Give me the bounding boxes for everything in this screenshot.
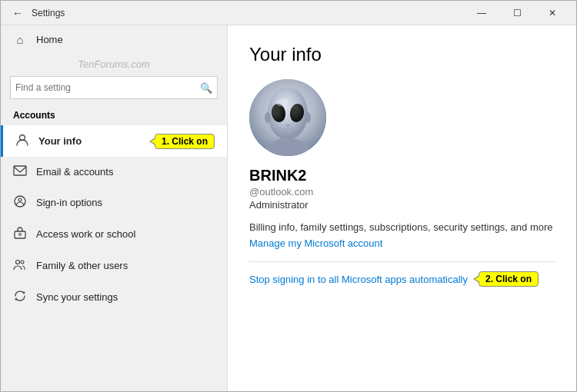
sidebar-item-email-accounts[interactable]: Email & accounts (1, 157, 227, 187)
window-controls: — ☐ ✕ (464, 1, 570, 25)
your-info-label: Your info (38, 135, 145, 147)
svg-rect-5 (15, 231, 25, 238)
email: @outlook.com (249, 186, 555, 198)
billing-info: Billing info, family settings, subscript… (249, 221, 555, 233)
sidebar-item-home[interactable]: ⌂ Home (1, 25, 227, 54)
email-icon (13, 164, 27, 179)
svg-rect-2 (14, 166, 26, 175)
watermark: TenForums.com (1, 54, 227, 73)
family-label: Family & other users (36, 260, 215, 271)
svg-point-4 (18, 198, 22, 201)
home-label: Home (36, 34, 215, 45)
titlebar: ← Settings — ☐ ✕ (1, 1, 576, 25)
sidebar-item-sign-in[interactable]: Sign-in options (1, 187, 227, 218)
search-input[interactable] (15, 82, 200, 93)
sidebar-item-your-info[interactable]: Your info 1. Click on (1, 125, 227, 157)
callout-1: 1. Click on (155, 134, 215, 149)
divider (249, 261, 555, 262)
email-accounts-label: Email & accounts (36, 166, 215, 178)
access-work-label: Access work or school (36, 228, 215, 240)
svg-point-16 (293, 108, 297, 113)
access-work-icon (13, 226, 27, 242)
section-label: Accounts (1, 105, 227, 125)
maximize-button[interactable]: ☐ (499, 1, 535, 25)
home-icon: ⌂ (13, 33, 27, 46)
sidebar: ⌂ Home TenForums.com 🔍 Accounts (1, 25, 228, 391)
sync-icon (13, 289, 27, 305)
settings-window: ← Settings — ☐ ✕ ⌂ Home TenForums.com 🔍 … (0, 0, 577, 392)
search-icon: 🔍 (200, 82, 212, 94)
family-icon (13, 257, 27, 274)
username: BRINK2 (249, 167, 555, 184)
search-box[interactable]: 🔍 (10, 76, 218, 99)
back-button[interactable]: ← (7, 2, 28, 24)
svg-point-19 (305, 112, 311, 123)
page-title: Your info (249, 44, 555, 65)
minimize-button[interactable]: — (464, 1, 499, 25)
svg-point-15 (275, 108, 278, 113)
window-title: Settings (32, 8, 464, 18)
stop-signing-link[interactable]: Stop signing in to all Microsoft apps au… (249, 274, 468, 285)
svg-point-7 (16, 261, 20, 264)
sidebar-item-sync[interactable]: Sync your settings (1, 281, 227, 313)
role: Administrator (249, 199, 555, 211)
svg-point-18 (265, 112, 271, 123)
sidebar-item-family[interactable]: Family & other users (1, 250, 227, 281)
svg-point-8 (21, 261, 24, 264)
close-button[interactable]: ✕ (535, 1, 570, 25)
callout-2: 2. Click on (479, 271, 539, 287)
stop-signing-row: Stop signing in to all Microsoft apps au… (249, 271, 555, 287)
your-info-icon (15, 133, 29, 149)
main-layout: ⌂ Home TenForums.com 🔍 Accounts (1, 25, 576, 391)
avatar (249, 79, 326, 156)
sign-in-icon (13, 194, 27, 211)
content-area: Your info (228, 25, 576, 391)
svg-point-6 (19, 234, 22, 236)
svg-point-17 (285, 124, 290, 127)
manage-account-link[interactable]: Manage my Microsoft account (249, 238, 555, 249)
sync-label: Sync your settings (36, 291, 215, 303)
sidebar-item-access-work[interactable]: Access work or school (1, 218, 227, 250)
sign-in-label: Sign-in options (36, 197, 215, 208)
